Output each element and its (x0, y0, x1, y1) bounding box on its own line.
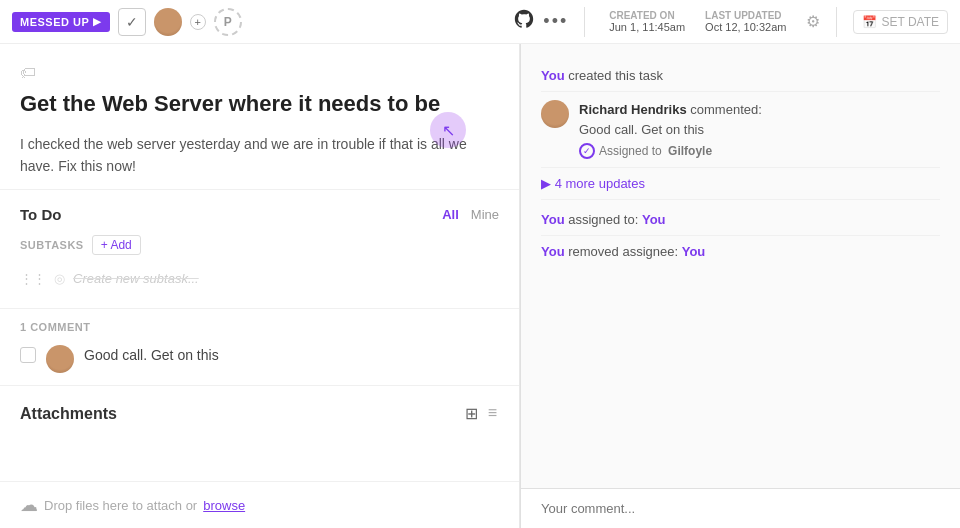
comments-section: 1 COMMENT Good call. Get on this (0, 309, 519, 385)
main-content: ↖ 🏷 Get the Web Server where it needs to… (0, 44, 960, 528)
comment-text: Good call. Get on this (84, 345, 219, 363)
activity-avatar (541, 100, 569, 128)
created-on-value: Jun 1, 11:45am (609, 21, 685, 33)
todo-title: To Do (20, 206, 61, 223)
subtasks-row: SUBTASKS + Add (20, 235, 499, 255)
toolbar: MESSED UP ▶ ✓ + P ••• CREATED ON Jun 1, … (0, 0, 960, 44)
set-date-label: SET DATE (881, 15, 939, 29)
removed-text: You removed assignee: You (541, 244, 705, 259)
activity-comment: Richard Hendriks commented: Good call. G… (541, 92, 940, 168)
complete-button[interactable]: ✓ (118, 8, 146, 36)
activity-commenter-line: Richard Hendriks commented: (579, 100, 762, 120)
todo-section: To Do All Mine SUBTASKS + Add ⋮⋮ ◎ Creat… (0, 190, 519, 309)
pending-avatar[interactable]: P (214, 8, 242, 36)
attachments-section: Attachments ⊞ ≡ (0, 385, 519, 453)
comment-input-bar (521, 488, 960, 528)
calendar-icon: 📅 (862, 15, 877, 29)
avatar-face (154, 8, 182, 36)
created-on-label: CREATED ON (609, 10, 685, 21)
attachments-header: Attachments ⊞ ≡ (20, 402, 499, 425)
subtask-icon-2: ◎ (54, 271, 65, 286)
add-subtask-button[interactable]: + Add (92, 235, 141, 255)
commenter-avatar (46, 345, 74, 373)
status-badge[interactable]: MESSED UP ▶ (12, 12, 110, 32)
task-title: Get the Web Server where it needs to be (20, 90, 499, 119)
view-toggle: ⊞ ≡ (463, 402, 499, 425)
github-icon[interactable] (513, 8, 535, 35)
divider (584, 7, 585, 37)
activity-feed: You created this task Richard Hendriks c… (521, 44, 960, 488)
more-options-button[interactable]: ••• (543, 11, 568, 32)
last-updated-value: Oct 12, 10:32am (705, 21, 786, 33)
status-arrow-icon: ▶ (93, 16, 102, 27)
todo-filter: All Mine (442, 207, 499, 222)
drop-zone: ☁ Drop files here to attach or browse (0, 481, 519, 528)
last-updated-meta: LAST UPDATED Oct 12, 10:32am (705, 10, 786, 33)
grid-view-button[interactable]: ⊞ (463, 402, 480, 425)
todo-header: To Do All Mine (20, 206, 499, 223)
add-assignee-button[interactable]: + (190, 14, 206, 30)
comment-input[interactable] (541, 501, 940, 516)
commented-label: commented: (690, 102, 762, 117)
comment-row: Good call. Get on this (20, 345, 499, 373)
list-view-button[interactable]: ≡ (486, 402, 499, 425)
tag-icon: 🏷 (20, 64, 499, 82)
comments-count: 1 COMMENT (20, 321, 499, 333)
assigned-badge: ✓ Assigned to Gilfoyle (579, 143, 712, 159)
activity-created: You created this task (541, 60, 940, 92)
subtask-placeholder[interactable]: Create new subtask... (73, 271, 199, 286)
subtask-drag-icon: ⋮⋮ (20, 271, 46, 286)
commenter-name: Richard Hendriks (579, 102, 687, 117)
avatar[interactable] (154, 8, 182, 36)
activity-you-created: You created this task (541, 68, 663, 83)
last-updated-label: LAST UPDATED (705, 10, 786, 21)
browse-link[interactable]: browse (203, 498, 245, 513)
check-icon: ✓ (126, 14, 138, 30)
drop-text: Drop files here to attach or (44, 498, 197, 513)
more-updates-button[interactable]: ▶ 4 more updates (541, 168, 940, 200)
activity-comment-content: Richard Hendriks commented: Good call. G… (579, 100, 762, 159)
divider-2 (836, 7, 837, 37)
subtask-input-row: ⋮⋮ ◎ Create new subtask... (20, 265, 499, 292)
comment-checkbox[interactable] (20, 347, 36, 363)
meta-section: CREATED ON Jun 1, 11:45am LAST UPDATED O… (609, 10, 820, 33)
attachments-title: Attachments (20, 405, 117, 423)
right-panel: You created this task Richard Hendriks c… (521, 44, 960, 528)
created-on-meta: CREATED ON Jun 1, 11:45am (609, 10, 685, 33)
activity-assigned: You assigned to: You (541, 204, 940, 236)
status-label: MESSED UP (20, 16, 89, 28)
assigned-check-icon: ✓ (579, 143, 595, 159)
assigned-person: Gilfoyle (668, 144, 712, 158)
assigned-you-text: You assigned to: You (541, 212, 666, 227)
filter-mine[interactable]: Mine (471, 207, 499, 222)
subtasks-label: SUBTASKS (20, 239, 84, 251)
activity-removed: You removed assignee: You (541, 236, 940, 267)
filter-all[interactable]: All (442, 207, 459, 222)
task-area: 🏷 Get the Web Server where it needs to b… (0, 44, 519, 190)
left-panel: 🏷 Get the Web Server where it needs to b… (0, 44, 520, 528)
set-date-button[interactable]: 📅 SET DATE (853, 10, 948, 34)
task-description: I checked the web server yesterday and w… (20, 133, 499, 178)
settings-icon[interactable]: ⚙ (806, 12, 820, 31)
comment-content: Good call. Get on this (579, 120, 762, 140)
upload-icon: ☁ (20, 494, 38, 516)
created-text: created this task (568, 68, 663, 83)
assigned-to-text: Assigned to Gilfoyle (599, 144, 712, 158)
